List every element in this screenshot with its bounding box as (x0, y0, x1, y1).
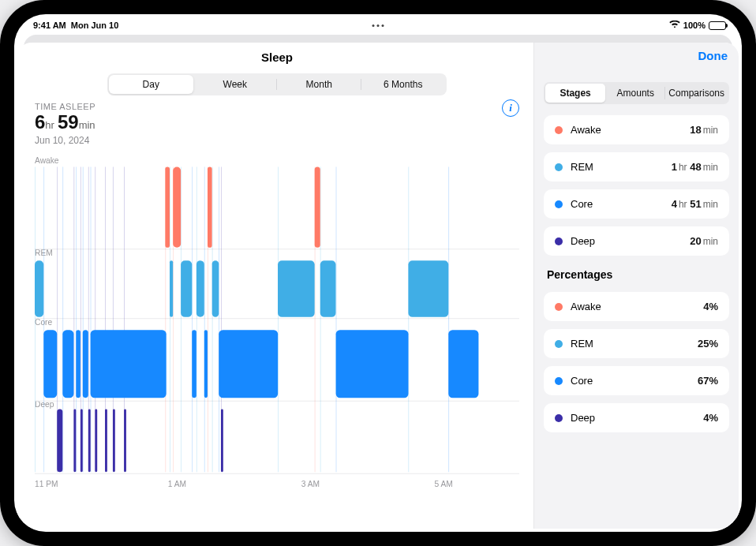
chart-segment-core[interactable] (43, 330, 57, 398)
svg-rect-19 (83, 166, 84, 472)
svg-rect-8 (35, 166, 36, 472)
minutes-unit: min (79, 119, 95, 131)
stage-unit: min (703, 162, 718, 173)
chart-date: Jun 10, 2024 (35, 135, 519, 146)
lane-label-deep: Deep (35, 400, 54, 409)
dot-deep (555, 414, 563, 422)
chart-segment-rem[interactable] (181, 260, 192, 317)
chart-segment-awake[interactable] (315, 166, 320, 247)
svg-rect-21 (192, 166, 193, 472)
chart-segment-deep[interactable] (105, 409, 107, 472)
seg-day[interactable]: Day (109, 75, 193, 94)
svg-rect-14 (320, 166, 321, 472)
chart-segment-rem[interactable] (170, 260, 173, 317)
chart-segment-core[interactable] (62, 330, 73, 398)
dot-deep (555, 237, 563, 245)
chart-segment-awake[interactable] (173, 166, 181, 247)
status-bar: 9:41 AM Mon Jun 10 100% (14, 14, 742, 33)
percent-row-core[interactable]: Core 67% (544, 366, 729, 395)
chart-segment-core[interactable] (204, 330, 208, 398)
sseg-amounts[interactable]: Amounts (605, 84, 665, 103)
svg-rect-11 (196, 166, 197, 472)
chart-segment-rem[interactable] (408, 260, 448, 317)
chart-segment-deep[interactable] (57, 409, 62, 472)
percent-value: 4% (703, 301, 718, 312)
wifi-icon (669, 21, 680, 30)
svg-rect-18 (76, 166, 77, 472)
stage-unit: min (703, 236, 718, 247)
done-button[interactable]: Done (698, 49, 728, 62)
lane-label-awake: Awake (35, 156, 59, 165)
chart-segment-core[interactable] (83, 330, 88, 398)
stage-row-deep[interactable]: Deep 20min (544, 226, 729, 256)
chart-segment-rem[interactable] (278, 260, 315, 317)
chart-segment-deep[interactable] (88, 409, 91, 472)
x-tick-11pm: 11 PM (35, 480, 58, 488)
stage-minutes: 51 (690, 198, 701, 210)
seg-month[interactable]: Month (277, 75, 361, 94)
chart-segment-deep[interactable] (221, 409, 223, 472)
seg-6months[interactable]: 6 Months (361, 75, 446, 94)
chart-segment-core[interactable] (91, 330, 167, 398)
percent-value: 4% (703, 412, 718, 424)
chart-segment-rem[interactable] (320, 260, 336, 317)
percent-row-rem[interactable]: REM 25% (544, 329, 729, 358)
chart-segment-deep[interactable] (73, 409, 76, 472)
stage-row-core[interactable]: Core 4hr 51min (544, 189, 729, 219)
info-button[interactable]: i (502, 99, 519, 117)
percent-name: Core (571, 375, 698, 387)
side-segmented-control[interactable]: Stages Amounts Comparisons (544, 82, 729, 104)
dot-awake (555, 126, 563, 134)
chart-segment-deep[interactable] (95, 409, 97, 472)
chart-segment-core[interactable] (448, 330, 478, 398)
stage-unit: min (703, 125, 718, 136)
chart-segment-core[interactable] (219, 330, 278, 398)
svg-rect-22 (204, 166, 205, 472)
svg-rect-23 (219, 166, 219, 472)
stage-row-awake[interactable]: Awake 18min (544, 115, 729, 144)
stage-value: 20 (690, 235, 701, 247)
device-screen: 9:41 AM Mon Jun 10 100% Sleep (14, 14, 742, 532)
device-frame: 9:41 AM Mon Jun 10 100% Sleep (0, 0, 756, 546)
stage-hr-unit: hr (679, 162, 687, 173)
multitasking-dots[interactable] (372, 24, 384, 27)
stage-unit: min (703, 199, 718, 210)
percent-name: Deep (571, 412, 703, 424)
chart-segment-rem[interactable] (35, 260, 43, 317)
svg-rect-9 (170, 166, 170, 472)
chart-segment-awake[interactable] (165, 166, 170, 247)
sleep-stages-chart[interactable]: Awake REM Core Deep 11 PM 1 AM 3 AM 5 AM (35, 151, 519, 498)
chart-segment-rem[interactable] (196, 260, 204, 317)
range-segmented-control[interactable]: Day Week Month 6 Months (107, 73, 447, 95)
chart-segment-awake[interactable] (208, 166, 212, 247)
percent-row-awake[interactable]: Awake 4% (544, 292, 729, 321)
dot-rem (555, 163, 563, 171)
chart-segment-rem[interactable] (212, 260, 219, 317)
stage-row-rem[interactable]: REM 1hr 48min (544, 152, 729, 181)
svg-rect-10 (181, 166, 182, 472)
svg-rect-15 (408, 166, 409, 472)
chart-segment-core[interactable] (192, 330, 196, 398)
page-title: Sleep (261, 50, 293, 64)
percentages-title: Percentages (547, 268, 729, 281)
chart-segment-deep[interactable] (113, 409, 115, 472)
svg-rect-12 (212, 166, 213, 472)
sseg-comparisons[interactable]: Comparisons (665, 84, 728, 103)
percent-row-deep[interactable]: Deep 4% (544, 403, 729, 432)
sseg-stages[interactable]: Stages (545, 84, 605, 103)
chart-header: TIME ASLEEP 6hr59min Jun 10, 2024 (35, 102, 519, 146)
stage-name: REM (571, 161, 672, 173)
status-time: 9:41 AM (33, 21, 66, 30)
chart-segment-deep[interactable] (124, 409, 126, 472)
chart-segment-core[interactable] (76, 330, 80, 398)
dot-rem (555, 340, 563, 348)
minutes-value: 59 (58, 111, 79, 133)
stage-name: Core (571, 198, 672, 210)
chart-segment-deep[interactable] (80, 409, 83, 472)
x-tick-3am: 3 AM (301, 480, 320, 488)
chart-segment-core[interactable] (336, 330, 409, 398)
seg-week[interactable]: Week (193, 75, 278, 94)
info-icon: i (509, 102, 512, 114)
stage-hours: 4 (672, 198, 677, 210)
dot-core (555, 200, 563, 208)
